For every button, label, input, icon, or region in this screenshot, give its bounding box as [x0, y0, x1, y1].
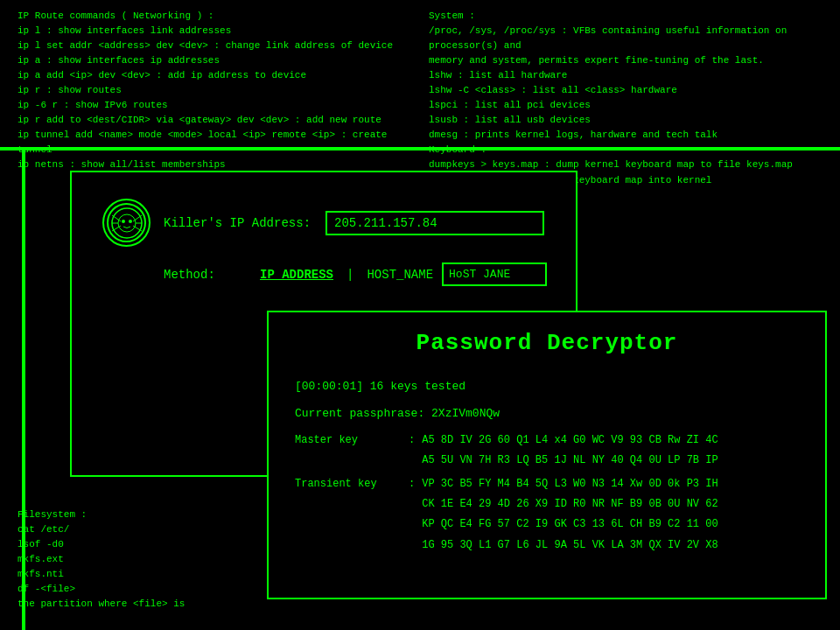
bg-right-line-7: lsusb : list all usb devices — [429, 113, 822, 128]
transient-key-values-line3: KP QC E4 FG 57 C2 I9 GK C3 13 6L CH B9 C… — [422, 516, 718, 533]
bg-right-line-2: /proc, /sys, /proc/sys : VFBs containing… — [429, 24, 822, 53]
method-host-label: HOST_NAME — [367, 268, 433, 282]
bg-right-line-5: lshw -C <class> : list all <class> hardw… — [429, 83, 822, 98]
bg-left-line-7: ip -6 r : show IPv6 routes — [18, 98, 411, 113]
method-label: Method: — [164, 268, 251, 282]
transient-key-row2: : CK 1E E4 29 4D 26 X9 ID R0 NR NF B9 0B… — [295, 496, 799, 513]
decrypt-window: Password Decryptor [00:00:01] 16 keys te… — [267, 311, 827, 599]
bg-bottom-line-4: mkfs.ext — [18, 552, 192, 567]
bg-bottom-line-5: mkfs.nti — [18, 567, 192, 582]
transient-key-values-line2: CK 1E E4 29 4D 26 X9 ID R0 NR NF B9 0B 0… — [422, 496, 718, 513]
decrypt-status-line: [00:00:01] 16 keys tested — [295, 378, 799, 396]
bg-left-line-8: ip r add to <dest/CIDR> via <gateway> de… — [18, 113, 411, 128]
bg-right-line-8: dmesg : prints kernel logs, hardware and… — [429, 128, 822, 143]
transient-key-row4: : 1G 95 3Q L1 G7 L6 JL 9A 5L VK LA 3M QX… — [295, 537, 799, 554]
bg-left-line-5: ip a add <ip> dev <dev> : add ip address… — [18, 68, 411, 83]
horizontal-divider — [0, 147, 840, 150]
bg-right-line-6: lspci : list all pci devices — [429, 98, 822, 113]
ip-address-input[interactable] — [326, 211, 544, 235]
method-separator: | — [346, 268, 354, 282]
svg-point-8 — [122, 220, 125, 223]
bg-right-line-4: lshw : list all hardware — [429, 68, 822, 83]
master-key-sep: : — [409, 432, 415, 449]
transient-key-row3: : KP QC E4 FG 57 C2 I9 GK C3 13 6L CH B9… — [295, 516, 799, 533]
master-key-label: Master key — [295, 432, 409, 449]
transient-key-values-line4: 1G 95 3Q L1 G7 L6 JL 9A 5L VK LA 3M QX I… — [422, 537, 718, 554]
ip-tool-window: Killer's IP Address: Method: IP_ADDRESS … — [70, 171, 578, 324]
transient-key-row1: Transient key : VP 3C B5 FY M4 B4 5Q L3 … — [295, 476, 799, 493]
transient-key-section: Transient key : VP 3C B5 FY M4 B4 5Q L3 … — [295, 476, 799, 554]
bg-bottom-line-6: df -<file> — [18, 582, 192, 597]
master-key-section: Master key : A5 8D IV 2G 60 Q1 L4 x4 G0 … — [295, 432, 799, 469]
bg-bottom-left-terminal: Filesystem : cat /etc/ lsof -d0 mkfs.ext… — [18, 508, 192, 612]
transient-key-values-line1: VP 3C B5 FY M4 B4 5Q L3 W0 N3 14 Xw 0D 0… — [422, 476, 718, 493]
bg-left-line-2: ip l : show interfaces link addresses — [18, 24, 411, 38]
left-vertical-bar — [22, 147, 25, 630]
bg-left-line-1: IP Route commands ( Networking ) : — [18, 9, 411, 24]
bg-left-line-4: ip a : show interfaces ip addresses — [18, 53, 411, 68]
decrypt-passphrase-line: Current passphrase: 2XzIVm0NQw — [295, 405, 799, 424]
bg-bottom-line-3: lsof -d0 — [18, 537, 192, 552]
passphrase-label: Current passphrase: — [295, 407, 424, 420]
bg-left-line-6: ip r : show routes — [18, 83, 411, 98]
transient-key-label: Transient key — [295, 476, 409, 493]
master-key-row2: : A5 5U VN 7H R3 LQ B5 1J NL NY 40 Q4 0U… — [295, 452, 799, 469]
svg-point-1 — [118, 214, 136, 232]
bg-bottom-line-7: the partition where <file> is — [18, 597, 192, 612]
bg-left-line-3: ip l set addr <address> dev <dev> : chan… — [18, 38, 411, 53]
passphrase-value: 2XzIVm0NQw — [431, 407, 500, 420]
master-key-row1: Master key : A5 8D IV 2G 60 Q1 L4 x4 G0 … — [295, 432, 799, 449]
bg-left-line-9: ip tunnel add <name> mode <mode> local <… — [18, 128, 411, 158]
ip-address-row: Killer's IP Address: — [102, 199, 545, 247]
bg-right-line-3: memory and system, permits expert fine-t… — [429, 53, 822, 68]
host-name-input[interactable] — [442, 262, 547, 286]
logo-inner — [107, 203, 146, 242]
method-row: Method: IP_ADDRESS | HOST_NAME — [164, 262, 545, 286]
ip-address-label: Killer's IP Address: — [164, 216, 312, 230]
master-key-values-line2: A5 5U VN 7H R3 LQ B5 1J NL NY 40 Q4 0U L… — [422, 452, 718, 469]
bg-bottom-line-1: Filesystem : — [18, 508, 192, 522]
decrypt-title: Password Decryptor — [295, 330, 799, 356]
bg-bottom-line-2: cat /etc/ — [18, 522, 192, 537]
svg-point-9 — [129, 220, 132, 223]
transient-key-sep: : — [409, 476, 415, 493]
bg-right-terminal: System : /proc, /sys, /proc/sys : VFBs c… — [429, 9, 822, 188]
method-ip-button[interactable]: IP_ADDRESS — [260, 268, 333, 282]
bg-right-line-1: System : — [429, 9, 822, 24]
master-key-label-empty — [295, 452, 409, 469]
killer-logo-icon — [110, 206, 144, 240]
logo-circle — [102, 199, 150, 247]
master-key-values-line1: A5 8D IV 2G 60 Q1 L4 x4 G0 WC V9 93 CB R… — [422, 432, 718, 449]
